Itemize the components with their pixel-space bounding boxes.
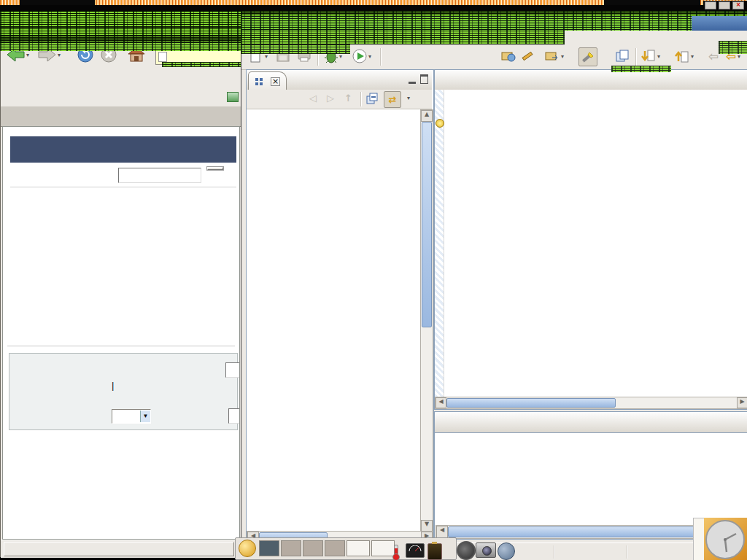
- toolbar-separator: [360, 92, 362, 106]
- speaker-icon[interactable]: [457, 541, 476, 560]
- package-explorer-tabs: ×: [247, 70, 432, 90]
- add-select-arrow-icon: ▼: [140, 411, 150, 422]
- window-controls: ×: [703, 1, 747, 10]
- scrollbar-thumb[interactable]: [446, 398, 616, 408]
- glitch-firefox-navbar: [0, 42, 241, 51]
- launcher-icon[interactable]: [239, 540, 256, 557]
- scrollbar-thumb[interactable]: [422, 122, 432, 327]
- tree-vertical-scrollbar[interactable]: ▲ ▼: [420, 109, 433, 532]
- run-icon[interactable]: [352, 49, 367, 63]
- titlebar-black-band: [0, 5, 747, 11]
- next-annotation-icon[interactable]: [641, 49, 656, 63]
- glitch-firefox-titlebar: [0, 11, 241, 42]
- view-menu-icon[interactable]: ▾: [407, 95, 410, 101]
- status-separator: [554, 545, 555, 559]
- logout-line: |: [112, 380, 114, 391]
- editor-tabs: [435, 70, 747, 90]
- clock-widget: [693, 518, 747, 560]
- view-maximize-icon[interactable]: [420, 74, 428, 84]
- task-button[interactable]: [347, 540, 370, 556]
- editor-ruler: [435, 90, 444, 397]
- thermometer-bulb: [392, 553, 400, 560]
- task-button[interactable]: [371, 540, 395, 556]
- previous-annotation-dropdown-icon[interactable]: ▾: [691, 53, 694, 60]
- back-history-dropdown-icon[interactable]: ▾: [738, 53, 740, 60]
- glitch-eclipse-top: [241, 10, 747, 16]
- view-up-icon[interactable]: ↑: [344, 93, 352, 104]
- scroll-right-icon[interactable]: ▶: [737, 397, 747, 408]
- link-with-editor-icon[interactable]: ⇄: [384, 91, 401, 108]
- close-button[interactable]: ×: [732, 1, 744, 9]
- status-text: [4, 542, 234, 556]
- globe-icon[interactable]: [498, 542, 515, 560]
- view-forward-icon[interactable]: ▷: [327, 93, 334, 104]
- scrollbar-thumb[interactable]: [448, 526, 697, 537]
- copy-view-icon[interactable]: [615, 49, 630, 63]
- glitch-below-toolbar: [611, 66, 671, 72]
- warning-bulb-icon[interactable]: [436, 119, 444, 128]
- package-tree: [247, 109, 420, 531]
- open-resource-dropdown-icon[interactable]: ▾: [561, 53, 564, 60]
- edit-pencil-icon[interactable]: [520, 49, 535, 63]
- maximize-button[interactable]: [719, 1, 730, 9]
- close-tab-icon[interactable]: ×: [271, 77, 280, 86]
- status-separator: [627, 545, 628, 559]
- glitch-black-segment: [604, 0, 700, 5]
- glitch-eclipse-toolbar-left: [241, 44, 350, 54]
- task-buttons[interactable]: [347, 540, 396, 556]
- find-button[interactable]: [207, 167, 223, 170]
- open-type-icon[interactable]: [501, 49, 516, 63]
- workspace-pager[interactable]: [259, 540, 347, 556]
- workspace-4[interactable]: [325, 540, 345, 556]
- glitch-eclipse-toolbar-right: [719, 41, 747, 54]
- scroll-down-icon[interactable]: ▼: [421, 520, 433, 532]
- tab-package-explorer[interactable]: ×: [248, 71, 287, 90]
- firefox-webdev-toolbar: [1, 88, 247, 107]
- view-back-icon[interactable]: ◁: [309, 93, 317, 104]
- next-annotation-dropdown-icon[interactable]: ▾: [657, 53, 660, 60]
- battery-widget: ​: [427, 543, 442, 560]
- collapse-all-icon[interactable]: [366, 93, 378, 106]
- camera-icon[interactable]: [476, 542, 496, 558]
- editor-horizontal-scrollbar[interactable]: ◀ ▶: [435, 397, 747, 409]
- camera-lens: [482, 546, 492, 556]
- scroll-left-icon[interactable]: ◀: [436, 397, 446, 408]
- run-dropdown-icon[interactable]: ▾: [368, 53, 371, 60]
- firefox-bookmarks-toolbar: [1, 69, 249, 88]
- toolbar-separator: [635, 48, 637, 66]
- view-minimize-icon[interactable]: [409, 76, 416, 84]
- forward-dropdown-icon[interactable]: ▾: [58, 52, 61, 58]
- open-resource-icon[interactable]: [545, 49, 560, 63]
- analog-clock-icon: [705, 519, 747, 560]
- pipe: |: [112, 380, 114, 391]
- bugzilla-nav-row: [10, 165, 236, 187]
- package-explorer-icon: [255, 77, 263, 86]
- images-icon[interactable]: [227, 92, 239, 102]
- page-favicon: [158, 52, 167, 62]
- minimize-button[interactable]: [705, 1, 716, 9]
- glitch-url-bar: [162, 62, 241, 67]
- footer-search-input[interactable]: [225, 362, 240, 378]
- package-explorer-view: × ◁ ▷ ↑ ⇄ ▾ ▲ ▼ ◀ ▶: [246, 69, 434, 545]
- note-line: [35, 284, 232, 296]
- mark-occurrences-icon[interactable]: [578, 47, 597, 66]
- add-select[interactable]: ▼: [112, 409, 151, 424]
- package-explorer-toolbar: ◁ ▷ ↑ ⇄ ▾: [247, 90, 432, 109]
- back-dropdown-icon[interactable]: ▾: [26, 52, 29, 58]
- battery-cap: [432, 542, 437, 544]
- console-output: [438, 450, 747, 523]
- quicksearch-input[interactable]: [118, 168, 201, 183]
- workspace-3[interactable]: [303, 540, 323, 556]
- scroll-left-icon[interactable]: ◀: [436, 526, 448, 538]
- scroll-up-icon[interactable]: ▲: [421, 110, 433, 122]
- bugzilla-footer-box: | ▼: [9, 353, 238, 430]
- previous-annotation-icon[interactable]: [675, 49, 689, 63]
- tag-input[interactable]: [228, 408, 240, 424]
- workspace-1[interactable]: [259, 540, 279, 556]
- debug-dropdown-icon[interactable]: ▾: [339, 53, 342, 60]
- workspace-2[interactable]: [281, 540, 301, 556]
- new-wizard-dropdown-icon[interactable]: ▾: [265, 53, 268, 60]
- editor-area: ◀ ▶: [434, 69, 747, 410]
- glitch-eclipse-titlebar: [241, 16, 692, 31]
- code-area[interactable]: [435, 90, 747, 397]
